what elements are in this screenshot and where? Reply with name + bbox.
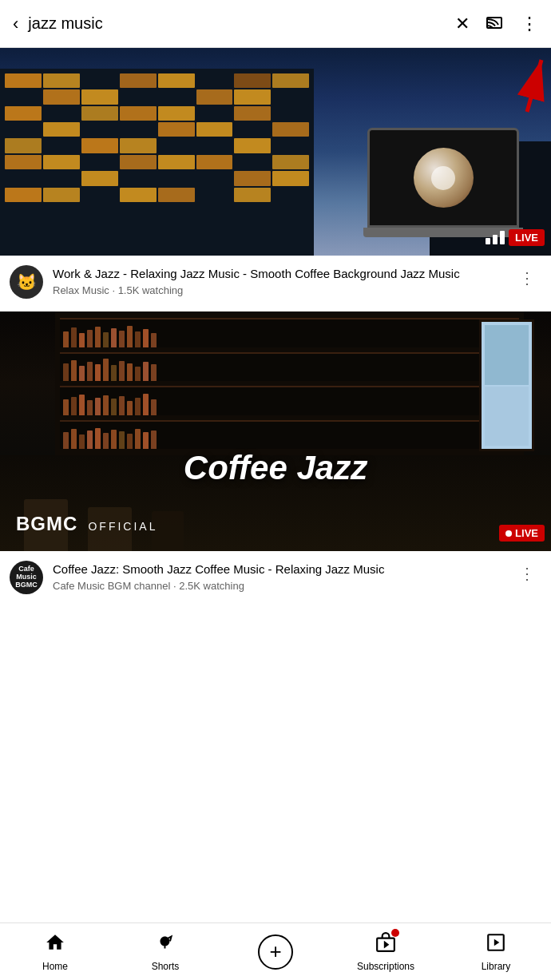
search-query: jazz music <box>28 14 455 33</box>
library-label: Library <box>482 961 511 972</box>
add-icon: + <box>269 939 281 964</box>
nav-home[interactable]: Home <box>0 932 110 972</box>
live-badge-1: LIVE <box>509 229 545 246</box>
video1-thumbnail[interactable]: LIVE <box>0 48 551 256</box>
video1-more-button[interactable]: ⋮ <box>513 265 541 291</box>
close-icon[interactable]: ✕ <box>455 14 470 34</box>
video2-title: Coffee Jazz: Smooth Jazz Coffee Music - … <box>53 561 513 577</box>
video1-details: Work & Jazz - Relaxing Jazz Music - Smoo… <box>53 265 513 296</box>
home-icon <box>45 932 65 958</box>
library-icon <box>486 932 506 958</box>
nav-shorts[interactable]: Shorts <box>110 932 220 972</box>
video1-title: Work & Jazz - Relaxing Jazz Music - Smoo… <box>53 265 513 282</box>
video1-avatar[interactable]: 🐱 <box>10 265 43 299</box>
header: ‹ jazz music ✕ ⋮ <box>0 0 551 48</box>
subscriptions-icon-wrap <box>375 932 396 958</box>
video2-thumbnail[interactable]: Coffee Jazz BGMC OFFICIAL LIVE <box>0 311 551 551</box>
main-content: LIVE 🐱 Work & Jazz - Relaxing Jazz Music… <box>0 48 551 671</box>
cast-icon[interactable] <box>486 12 505 36</box>
coffee-jazz-title: Coffee Jazz <box>0 449 551 487</box>
shorts-label: Shorts <box>152 961 180 972</box>
bgmc-logo: BGMC OFFICIAL <box>16 513 157 535</box>
create-button[interactable]: + <box>258 934 293 970</box>
nav-create[interactable]: + <box>220 934 331 970</box>
svg-marker-6 <box>494 938 500 946</box>
subscriptions-badge <box>391 929 399 937</box>
signal-bars <box>486 231 505 244</box>
live-dot <box>505 530 512 537</box>
video2-avatar[interactable]: CafeMusicBGMC <box>10 561 43 594</box>
home-label: Home <box>42 961 68 972</box>
video2-info: CafeMusicBGMC Coffee Jazz: Smooth Jazz C… <box>0 551 551 607</box>
more-options-icon[interactable]: ⋮ <box>521 14 538 34</box>
header-icons: ✕ ⋮ <box>455 12 538 36</box>
back-button[interactable]: ‹ <box>13 14 18 34</box>
live-badge-2: LIVE <box>499 525 545 542</box>
bottom-nav: Home Shorts + Subscriptions <box>0 922 551 980</box>
svg-marker-4 <box>384 940 390 948</box>
nav-subscriptions[interactable]: Subscriptions <box>331 932 441 972</box>
video2-more-button[interactable]: ⋮ <box>513 561 541 586</box>
video2-details: Coffee Jazz: Smooth Jazz Coffee Music - … <box>53 561 513 592</box>
subscriptions-label: Subscriptions <box>357 961 414 972</box>
video1-meta: Relax Music · 1.5K watching <box>53 284 513 296</box>
video2-meta: Cafe Music BGM channel · 2.5K watching <box>53 580 513 592</box>
shorts-icon <box>155 932 176 958</box>
nav-library[interactable]: Library <box>441 932 551 972</box>
video1-info: 🐱 Work & Jazz - Relaxing Jazz Music - Sm… <box>0 256 551 311</box>
